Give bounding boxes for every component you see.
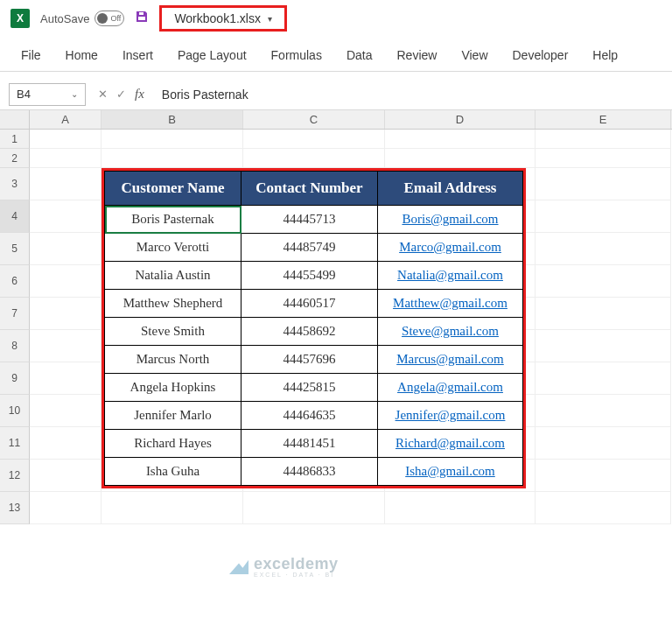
cell[interactable] bbox=[30, 149, 102, 168]
cell[interactable] bbox=[30, 460, 102, 492]
cell-name[interactable]: Marco Verotti bbox=[105, 234, 242, 262]
filename-dropdown[interactable]: Workbook1.xlsx ▾ bbox=[159, 5, 287, 32]
cell[interactable] bbox=[536, 427, 671, 460]
cell[interactable] bbox=[536, 265, 671, 298]
table-row[interactable]: Steve Smith44458692Steve@gmail.com bbox=[105, 318, 523, 346]
cell-contact[interactable]: 44457696 bbox=[242, 346, 378, 374]
col-header-B[interactable]: B bbox=[102, 110, 243, 129]
row-header-7[interactable]: 7 bbox=[0, 298, 30, 330]
cell[interactable] bbox=[536, 200, 671, 233]
name-box[interactable]: B4 ⌄ bbox=[9, 83, 86, 106]
sheet-area[interactable]: Customer NameContact NumberEmail Address… bbox=[30, 130, 672, 524]
row-header-12[interactable]: 12 bbox=[0, 460, 30, 492]
cancel-icon[interactable]: ✕ bbox=[98, 88, 108, 101]
formula-input[interactable]: Boris Pasternak bbox=[162, 88, 248, 102]
cell-name[interactable]: Jennifer Marlo bbox=[105, 402, 242, 430]
cell[interactable] bbox=[30, 330, 102, 362]
grid-row[interactable] bbox=[30, 149, 672, 168]
spreadsheet-grid[interactable]: 12345678910111213 Customer NameContact N… bbox=[0, 130, 672, 524]
cell[interactable] bbox=[536, 492, 671, 524]
tab-help[interactable]: Help bbox=[580, 41, 630, 71]
cell-name[interactable]: Angela Hopkins bbox=[105, 374, 242, 402]
table-row[interactable]: Richard Hayes44481451Richard@gmail.com bbox=[105, 430, 523, 458]
cell-contact[interactable]: 44455499 bbox=[242, 262, 378, 290]
cell[interactable] bbox=[30, 395, 102, 427]
cell[interactable] bbox=[536, 395, 671, 427]
col-header-D[interactable]: D bbox=[385, 110, 536, 129]
cell-email[interactable]: Boris@gmail.com bbox=[378, 206, 523, 234]
tab-review[interactable]: Review bbox=[385, 41, 450, 71]
cell-email[interactable]: Natalia@gmail.com bbox=[378, 262, 523, 290]
table-row[interactable]: Marcus North44457696Marcus@gmail.com bbox=[105, 346, 523, 374]
cell[interactable] bbox=[30, 233, 102, 265]
row-header-13[interactable]: 13 bbox=[0, 492, 30, 524]
cell[interactable] bbox=[536, 233, 671, 265]
cell-contact[interactable]: 44486833 bbox=[242, 458, 378, 486]
table-row[interactable]: Isha Guha44486833Isha@gmail.com bbox=[105, 458, 523, 486]
cell-contact[interactable]: 44425815 bbox=[242, 374, 378, 402]
cell-contact[interactable]: 44481451 bbox=[242, 430, 378, 458]
row-header-3[interactable]: 3 bbox=[0, 168, 30, 200]
cell-name[interactable]: Matthew Shepherd bbox=[105, 290, 242, 318]
cell-name[interactable]: Richard Hayes bbox=[105, 430, 242, 458]
row-header-1[interactable]: 1 bbox=[0, 130, 30, 149]
cell-name[interactable]: Natalia Austin bbox=[105, 262, 242, 290]
cell-name[interactable]: Boris Pasternak bbox=[105, 206, 242, 234]
cell[interactable] bbox=[536, 330, 671, 362]
cell[interactable] bbox=[536, 298, 671, 330]
col-header-E[interactable]: E bbox=[536, 110, 671, 129]
enter-icon[interactable]: ✓ bbox=[116, 88, 126, 101]
save-icon[interactable] bbox=[135, 10, 149, 27]
row-header-9[interactable]: 9 bbox=[0, 362, 30, 395]
cell-email[interactable]: Marco@gmail.com bbox=[378, 234, 523, 262]
cell[interactable] bbox=[385, 130, 536, 149]
cell[interactable] bbox=[536, 460, 671, 492]
grid-row[interactable] bbox=[30, 492, 672, 524]
cell-email[interactable]: Isha@gmail.com bbox=[378, 458, 523, 486]
cell-email[interactable]: Richard@gmail.com bbox=[378, 430, 523, 458]
cell-email[interactable]: Matthew@gmail.com bbox=[378, 290, 523, 318]
table-row[interactable]: Angela Hopkins44425815Angela@gmail.com bbox=[105, 374, 523, 402]
cell[interactable] bbox=[102, 130, 243, 149]
tab-formulas[interactable]: Formulas bbox=[259, 41, 334, 71]
cell[interactable] bbox=[102, 492, 243, 524]
tab-data[interactable]: Data bbox=[334, 41, 385, 71]
cell[interactable] bbox=[30, 427, 102, 460]
cell[interactable] bbox=[243, 149, 385, 168]
fx-icon[interactable]: fx bbox=[135, 87, 144, 102]
row-header-4[interactable]: 4 bbox=[0, 200, 30, 233]
cell[interactable] bbox=[30, 200, 102, 233]
row-header-10[interactable]: 10 bbox=[0, 395, 30, 427]
row-header-5[interactable]: 5 bbox=[0, 233, 30, 265]
cell-contact[interactable]: 44458692 bbox=[242, 318, 378, 346]
cell[interactable] bbox=[30, 130, 102, 149]
cell[interactable] bbox=[536, 362, 671, 395]
table-row[interactable]: Matthew Shepherd44460517Matthew@gmail.co… bbox=[105, 290, 523, 318]
cell-email[interactable]: Angela@gmail.com bbox=[378, 374, 523, 402]
table-row[interactable]: Jennifer Marlo44464635Jennifer@gmail.com bbox=[105, 402, 523, 430]
row-header-8[interactable]: 8 bbox=[0, 330, 30, 362]
cell-email[interactable]: Jennifer@gmail.com bbox=[378, 402, 523, 430]
cell-name[interactable]: Marcus North bbox=[105, 346, 242, 374]
cell-contact[interactable]: 44464635 bbox=[242, 402, 378, 430]
cell[interactable] bbox=[30, 168, 102, 200]
row-header-6[interactable]: 6 bbox=[0, 265, 30, 298]
cell[interactable] bbox=[536, 130, 671, 149]
cell[interactable] bbox=[243, 492, 385, 524]
tab-insert[interactable]: Insert bbox=[110, 41, 165, 71]
cell[interactable] bbox=[30, 492, 102, 524]
select-all-corner[interactable] bbox=[0, 110, 30, 129]
table-row[interactable]: Natalia Austin44455499Natalia@gmail.com bbox=[105, 262, 523, 290]
cell-contact[interactable]: 44445713 bbox=[242, 206, 378, 234]
cell-email[interactable]: Marcus@gmail.com bbox=[378, 346, 523, 374]
cell[interactable] bbox=[102, 149, 243, 168]
cell[interactable] bbox=[385, 492, 536, 524]
tab-home[interactable]: Home bbox=[53, 41, 110, 71]
cell[interactable] bbox=[536, 149, 671, 168]
tab-page-layout[interactable]: Page Layout bbox=[165, 41, 259, 71]
cell[interactable] bbox=[536, 168, 671, 200]
cell-name[interactable]: Isha Guha bbox=[105, 458, 242, 486]
col-header-C[interactable]: C bbox=[243, 110, 385, 129]
cell-email[interactable]: Steve@gmail.com bbox=[378, 318, 523, 346]
cell[interactable] bbox=[385, 149, 536, 168]
